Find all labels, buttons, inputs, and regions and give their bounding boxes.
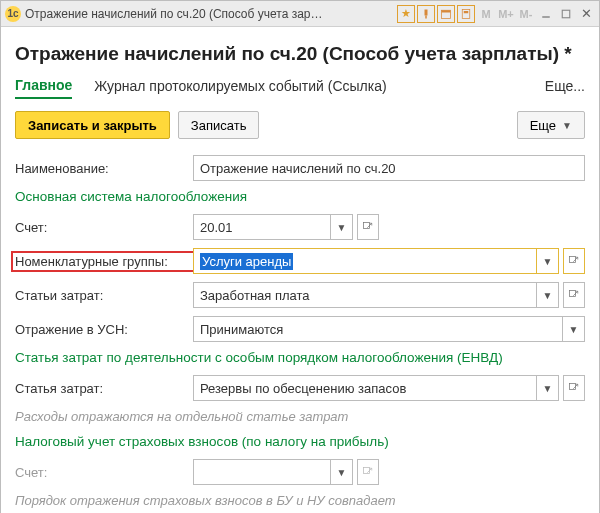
m-plus-button[interactable]: M+ [497, 5, 515, 23]
tab-journal[interactable]: Журнал протоколируемых событий (Ссылка) [94, 78, 386, 98]
cost2-dropdown-button[interactable]: ▼ [537, 375, 559, 401]
row-cost-items: Статьи затрат: Заработная плата ▼ [15, 282, 585, 308]
action-icon[interactable] [437, 5, 455, 23]
svg-rect-6 [542, 16, 550, 18]
section-tax-insurance: Налоговый учет страховых взносов (по нал… [15, 434, 585, 449]
pin-icon[interactable] [417, 5, 435, 23]
cost-dropdown-button[interactable]: ▼ [537, 282, 559, 308]
page-title: Отражение начислений по сч.20 (Способ уч… [15, 43, 585, 65]
account2-dropdown-button[interactable]: ▼ [331, 459, 353, 485]
svg-rect-1 [425, 15, 427, 18]
close-button[interactable]: ✕ [577, 5, 595, 23]
hint-insurance-same: Порядок отражения страховых взносов в БУ… [15, 493, 585, 508]
favorite-icon[interactable]: ★ [397, 5, 415, 23]
svg-rect-12 [364, 468, 370, 474]
account-input[interactable]: 20.01 [193, 214, 331, 240]
titlebar: 1c Отражение начислений по сч.20 (Способ… [1, 1, 599, 27]
svg-rect-11 [570, 384, 576, 390]
m-button[interactable]: M [477, 5, 495, 23]
tabs: Главное Журнал протоколируемых событий (… [15, 77, 585, 99]
toolbar: Записать и закрыть Записать Еще ▼ [15, 111, 585, 139]
account-label: Счет: [15, 220, 193, 235]
maximize-button[interactable] [557, 5, 575, 23]
nomgrp-selected-value: Услуги аренды [200, 253, 293, 270]
account2-label: Счет: [15, 465, 193, 480]
svg-rect-0 [425, 9, 428, 15]
account-open-button[interactable] [357, 214, 379, 240]
account2-input[interactable] [193, 459, 331, 485]
cost2-open-button[interactable] [563, 375, 585, 401]
name-label: Наименование: [15, 161, 193, 176]
cost2-label: Статья затрат: [15, 381, 193, 396]
cost2-input[interactable]: Резервы по обесценению запасов [193, 375, 537, 401]
more-button-label: Еще [530, 118, 556, 133]
section-main-tax: Основная система налогообложения [15, 189, 585, 204]
row-name: Наименование: Отражение начислений по сч… [15, 155, 585, 181]
nomgrp-label: Номенклатурные группы: [15, 254, 168, 269]
app-icon: 1c [5, 6, 21, 22]
cost-input[interactable]: Заработная плата [193, 282, 537, 308]
svg-rect-3 [442, 10, 451, 12]
chevron-down-icon: ▼ [562, 120, 572, 131]
usn-input[interactable]: Принимаются [193, 316, 563, 342]
app-window: 1c Отражение начислений по сч.20 (Способ… [0, 0, 600, 513]
svg-rect-7 [562, 10, 570, 18]
cost-label: Статьи затрат: [15, 288, 193, 303]
row-account-2: Счет: ▼ [15, 459, 585, 485]
svg-rect-9 [570, 257, 576, 263]
svg-rect-4 [462, 9, 470, 18]
row-usn: Отражение в УСН: Принимаются ▼ [15, 316, 585, 342]
tab-main[interactable]: Главное [15, 77, 72, 99]
account-dropdown-button[interactable]: ▼ [331, 214, 353, 240]
window-title: Отражение начислений по сч.20 (Способ уч… [25, 7, 325, 21]
cost-open-button[interactable] [563, 282, 585, 308]
minimize-button[interactable] [537, 5, 555, 23]
section-enbd: Статья затрат по деятельности с особым п… [15, 350, 585, 365]
tab-more[interactable]: Еще... [545, 78, 585, 98]
m-minus-button[interactable]: M- [517, 5, 535, 23]
row-nomenclature-groups: Номенклатурные группы: Услуги аренды ▼ [15, 248, 585, 274]
account2-open-button[interactable] [357, 459, 379, 485]
more-button[interactable]: Еще ▼ [517, 111, 585, 139]
svg-rect-10 [570, 291, 576, 297]
row-account: Счет: 20.01 ▼ [15, 214, 585, 240]
hint-separate-cost: Расходы отражаются на отдельной статье з… [15, 409, 585, 424]
save-and-close-button[interactable]: Записать и закрыть [15, 111, 170, 139]
usn-label: Отражение в УСН: [15, 322, 193, 337]
nomgrp-dropdown-button[interactable]: ▼ [537, 248, 559, 274]
calc-icon[interactable] [457, 5, 475, 23]
nomgrp-open-button[interactable] [563, 248, 585, 274]
nomgrp-input[interactable]: Услуги аренды [193, 248, 537, 274]
row-cost-item-2: Статья затрат: Резервы по обесценению за… [15, 375, 585, 401]
save-button[interactable]: Записать [178, 111, 260, 139]
usn-dropdown-button[interactable]: ▼ [563, 316, 585, 342]
content-area: Отражение начислений по сч.20 (Способ уч… [1, 27, 599, 513]
svg-rect-5 [464, 11, 469, 13]
name-input[interactable]: Отражение начислений по сч.20 [193, 155, 585, 181]
svg-rect-8 [364, 223, 370, 229]
